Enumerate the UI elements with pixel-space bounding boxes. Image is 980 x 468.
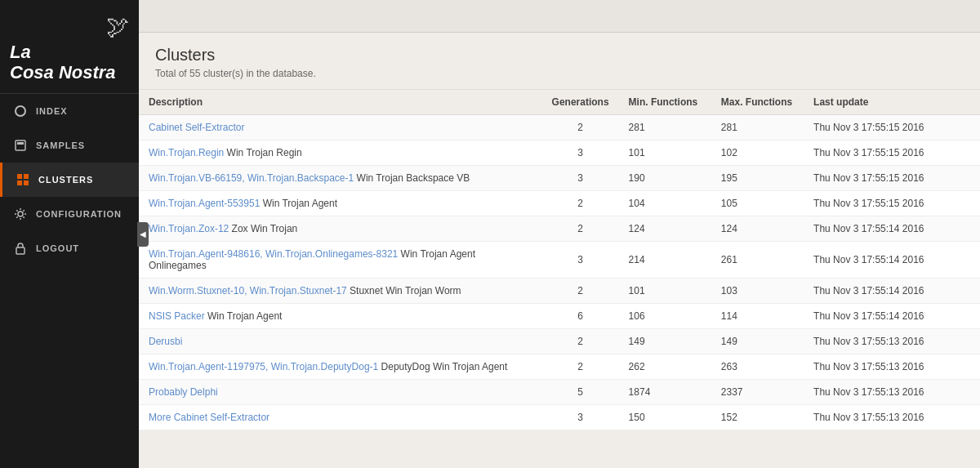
- sidebar-item-label-configuration: CONFIGURATION: [36, 209, 122, 219]
- cell-min-functions: 101: [619, 140, 711, 166]
- cell-max-functions: 149: [711, 329, 804, 354]
- sidebar-item-configuration[interactable]: CONFIGURATION: [0, 197, 139, 231]
- cell-min-functions: 106: [619, 304, 711, 329]
- svg-rect-6: [24, 181, 29, 185]
- cell-min-functions: 124: [619, 216, 711, 242]
- cell-generations: 2: [542, 216, 619, 242]
- table-row: Win.Worm.Stuxnet-10, Win.Trojan.Stuxnet-…: [139, 279, 980, 304]
- description-extra: Win Trojan Agent: [205, 310, 283, 322]
- cell-min-functions: 214: [619, 242, 711, 279]
- table-row: Probably Delphi518742337Thu Nov 3 17:55:…: [139, 380, 980, 405]
- lock-icon: [13, 241, 28, 256]
- description-link[interactable]: NSIS Packer: [149, 310, 205, 322]
- cell-min-functions: 1874: [619, 380, 711, 405]
- cell-description: Win.Trojan.Agent-1197975, Win.Trojan.Dep…: [139, 354, 542, 380]
- table-header: Description Generations Min. Functions M…: [139, 90, 980, 115]
- description-extra: Win Trojan Agent: [260, 198, 337, 209]
- cell-generations: 2: [542, 115, 619, 140]
- description-link[interactable]: Win.Trojan.Agent-553951: [149, 198, 260, 209]
- cell-generations: 2: [542, 191, 619, 216]
- description-link[interactable]: Win.Trojan.Agent-948616, Win.Trojan.Onli…: [149, 248, 398, 260]
- svg-rect-4: [24, 174, 29, 179]
- col-header-last-update: Last update: [804, 90, 980, 115]
- cell-last-update: Thu Nov 3 17:55:14 2016: [804, 216, 980, 242]
- description-link[interactable]: Win.Worm.Stuxnet-10, Win.Trojan.Stuxnet-…: [149, 285, 347, 296]
- grid-icon: [16, 172, 30, 187]
- table-row: Cabinet Self-Extractor2281281Thu Nov 3 1…: [139, 115, 980, 140]
- description-link[interactable]: Derusbi: [149, 336, 182, 347]
- description-extra: DeputyDog Win Trojan Agent: [378, 361, 507, 372]
- cell-min-functions: 101: [619, 279, 711, 304]
- cell-description: Win.Trojan.Regin Win Trojan Regin: [139, 140, 542, 166]
- svg-point-0: [16, 106, 25, 116]
- cell-description: NSIS Packer Win Trojan Agent: [139, 304, 542, 329]
- page-title: Clusters: [155, 46, 964, 65]
- table-row: Win.Trojan.VB-66159, Win.Trojan.Backspac…: [139, 166, 980, 191]
- svg-point-7: [18, 212, 23, 216]
- sidebar: 🕊 La Cosa Nostra INDEX SAMPLES CLUSTERS: [0, 0, 139, 468]
- cell-min-functions: 190: [619, 166, 711, 191]
- table-row: NSIS Packer Win Trojan Agent6106114Thu N…: [139, 304, 980, 329]
- cell-description: Win.Trojan.VB-66159, Win.Trojan.Backspac…: [139, 166, 542, 191]
- sidebar-item-samples[interactable]: SAMPLES: [0, 128, 139, 163]
- gear-icon: [13, 207, 28, 221]
- cell-generations: 2: [542, 354, 619, 380]
- table-row: Win.Trojan.Agent-1197975, Win.Trojan.Dep…: [139, 354, 980, 380]
- cell-description: Cabinet Self-Extractor: [139, 115, 542, 140]
- svg-rect-5: [17, 181, 22, 185]
- cell-min-functions: 104: [619, 191, 711, 216]
- cell-last-update: Thu Nov 3 17:55:15 2016: [804, 115, 980, 140]
- table-row: Win.Trojan.Agent-948616, Win.Trojan.Onli…: [139, 242, 980, 279]
- table-row: Win.Trojan.Zox-12 Zox Win Trojan2124124T…: [139, 216, 980, 242]
- collapse-sidebar-button[interactable]: ◀: [137, 222, 149, 247]
- sidebar-item-logout[interactable]: LOGOUT: [0, 231, 139, 265]
- table-row: Derusbi2149149Thu Nov 3 17:55:13 2016: [139, 329, 980, 354]
- cell-description: Derusbi: [139, 329, 542, 354]
- description-link[interactable]: Win.Trojan.Agent-1197975, Win.Trojan.Dep…: [149, 361, 378, 372]
- cell-max-functions: 103: [711, 279, 804, 304]
- description-link[interactable]: Win.Trojan.VB-66159, Win.Trojan.Backspac…: [149, 172, 354, 184]
- svg-rect-1: [16, 140, 25, 150]
- description-link[interactable]: Cabinet Self-Extractor: [149, 122, 244, 133]
- description-extra: Win Trojan Backspace VB: [354, 172, 470, 184]
- cell-last-update: Thu Nov 3 17:55:13 2016: [804, 329, 980, 354]
- sidebar-item-label-samples: SAMPLES: [36, 140, 85, 150]
- sidebar-item-index[interactable]: INDEX: [0, 94, 139, 128]
- cell-last-update: Thu Nov 3 17:55:13 2016: [804, 354, 980, 380]
- sidebar-item-clusters[interactable]: CLUSTERS: [0, 163, 139, 197]
- cell-max-functions: 105: [711, 191, 804, 216]
- sidebar-item-label-logout: LOGOUT: [36, 243, 79, 253]
- cell-max-functions: 124: [711, 216, 804, 242]
- cell-max-functions: 261: [711, 242, 804, 279]
- cell-generations: 3: [542, 140, 619, 166]
- cell-generations: 5: [542, 380, 619, 405]
- page-header: Clusters Total of 55 cluster(s) in the d…: [139, 33, 980, 89]
- col-header-generations: Generations: [542, 90, 619, 115]
- description-link[interactable]: Probably Delphi: [149, 386, 218, 398]
- cell-max-functions: 263: [711, 354, 804, 380]
- cell-max-functions: 281: [711, 115, 804, 140]
- table-body: Cabinet Self-Extractor2281281Thu Nov 3 1…: [139, 115, 980, 430]
- cell-description: Win.Trojan.Agent-948616, Win.Trojan.Onli…: [139, 242, 542, 279]
- cell-generations: 6: [542, 304, 619, 329]
- sidebar-item-label-clusters: CLUSTERS: [38, 175, 93, 185]
- cell-last-update: Thu Nov 3 17:55:13 2016: [804, 380, 980, 405]
- logo-line1: La: [10, 42, 129, 62]
- logo-line2: Cosa Nostra: [10, 62, 129, 83]
- description-extra: Stuxnet Win Trojan Worm: [347, 285, 461, 296]
- description-link[interactable]: Win.Trojan.Regin: [149, 147, 224, 158]
- cell-min-functions: 150: [619, 405, 711, 430]
- description-link[interactable]: More Cabinet Self-Extractor: [149, 412, 270, 423]
- cell-max-functions: 2337: [711, 380, 804, 405]
- top-bar: [139, 0, 980, 33]
- cell-min-functions: 262: [619, 354, 711, 380]
- cell-description: More Cabinet Self-Extractor: [139, 405, 542, 430]
- description-link[interactable]: Win.Trojan.Zox-12: [149, 223, 229, 234]
- cell-max-functions: 102: [711, 140, 804, 166]
- cell-description: Win.Worm.Stuxnet-10, Win.Trojan.Stuxnet-…: [139, 279, 542, 304]
- cell-last-update: Thu Nov 3 17:55:15 2016: [804, 166, 980, 191]
- svg-rect-2: [17, 142, 24, 145]
- svg-rect-3: [17, 174, 22, 179]
- cell-last-update: Thu Nov 3 17:55:15 2016: [804, 191, 980, 216]
- cell-last-update: Thu Nov 3 17:55:14 2016: [804, 242, 980, 279]
